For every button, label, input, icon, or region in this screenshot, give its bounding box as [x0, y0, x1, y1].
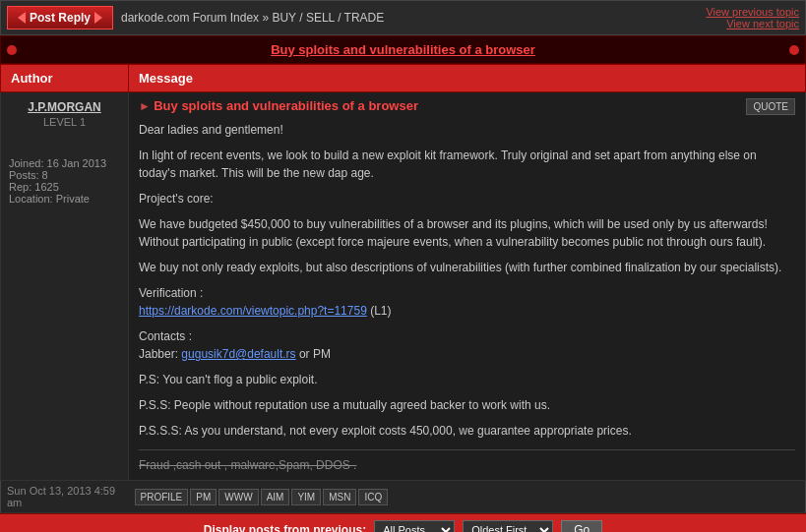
- timestamp-cell: Sun Oct 13, 2013 4:59 am: [1, 481, 129, 513]
- bottom-controls: Display posts from previous: All Posts T…: [0, 513, 806, 532]
- profile-link-profile[interactable]: PROFILE: [135, 489, 189, 505]
- post-bullet-icon: ►: [139, 99, 154, 113]
- post-reply-label-top: Post Reply: [30, 11, 91, 25]
- status-dot-right: [789, 45, 799, 55]
- profile-links-cell: PROFILE PM WWW AIM YIM MSN ICQ: [129, 481, 806, 513]
- psss: P.S.S.S: As you understand, not every ex…: [139, 422, 795, 440]
- jabber-link[interactable]: gugusik7d@default.rs: [181, 347, 295, 361]
- status-dot-left: [7, 45, 17, 55]
- profile-link-msn[interactable]: MSN: [323, 489, 356, 505]
- view-next-topic-link[interactable]: View next topic: [706, 18, 799, 30]
- timestamp-row: Sun Oct 13, 2013 4:59 am PROFILE PM WWW …: [1, 481, 806, 513]
- post-row: J.P.MORGAN LEVEL 1 Joined: 16 Jan 2013 P…: [1, 92, 806, 481]
- go-button[interactable]: Go: [561, 520, 602, 532]
- author-info: Joined: 16 Jan 2013 Posts: 8 Rep: 1625 L…: [5, 157, 124, 205]
- quote-button[interactable]: QUOTE: [746, 98, 795, 115]
- profile-link-icq[interactable]: ICQ: [358, 489, 388, 505]
- verification-section: Verification : https://darkode.com/viewt…: [139, 284, 795, 320]
- profile-link-yim[interactable]: YIM: [291, 489, 321, 505]
- main-table: Author Message J.P.MORGAN LEVEL 1 Joined…: [0, 64, 806, 513]
- display-posts-label: Display posts from previous:: [204, 523, 366, 532]
- ps1: P.S: You can't flog a public exploit.: [139, 371, 795, 388]
- message-cell: ► Buy sploits and vulnerabilities of a b…: [129, 92, 806, 481]
- author-joined: Joined: 16 Jan 2013: [9, 157, 120, 169]
- verification-link[interactable]: https://darkode.com/viewtopic.php?t=1175…: [139, 304, 367, 318]
- top-bar-nav: View previous topic View next topic: [706, 6, 799, 30]
- post-reply-button-top[interactable]: Post Reply: [7, 6, 113, 30]
- profile-links: PROFILE PM WWW AIM YIM MSN ICQ: [135, 489, 800, 505]
- author-name[interactable]: J.P.MORGAN: [5, 100, 124, 114]
- top-bar-left: Post Reply darkode.com Forum Index » BUY…: [7, 6, 384, 30]
- author-cell: J.P.MORGAN LEVEL 1 Joined: 16 Jan 2013 P…: [1, 92, 129, 481]
- message-body: Dear ladies and gentlemen! In light of r…: [139, 121, 795, 474]
- topic-title-bar: Buy sploits and vulnerabilities of a bro…: [0, 35, 806, 64]
- ps2: P.S.S: People without reputation use a m…: [139, 396, 795, 414]
- arrow-left-icon: [18, 12, 26, 24]
- post-title-link[interactable]: Buy sploits and vulnerabilities of a bro…: [154, 98, 418, 113]
- author-rep: Rep: 1625: [9, 181, 120, 193]
- author-level: LEVEL 1: [5, 116, 124, 128]
- exploits-line: We buy not only ready exploits, but also…: [139, 259, 795, 276]
- greeting: Dear ladies and gentlemen!: [139, 121, 795, 139]
- top-bar: Post Reply darkode.com Forum Index » BUY…: [0, 0, 806, 35]
- breadcrumb-top: darkode.com Forum Index » BUY / SELL / T…: [121, 11, 384, 25]
- project-core-label: Project's core:: [139, 190, 795, 207]
- posts-select[interactable]: All Posts Today Last Week: [374, 520, 455, 532]
- table-header-row: Author Message: [1, 65, 806, 92]
- post-title-area: ► Buy sploits and vulnerabilities of a b…: [139, 98, 418, 113]
- profile-link-pm[interactable]: PM: [190, 489, 217, 505]
- intro-text: In light of recent events, we look to bu…: [139, 147, 795, 182]
- message-header: Message: [129, 65, 806, 92]
- view-previous-topic-link[interactable]: View previous topic: [706, 6, 799, 18]
- profile-link-www[interactable]: WWW: [218, 489, 258, 505]
- author-location: Location: Private: [9, 193, 120, 205]
- budget-text: We have budgeted $450,000 to buy vulnera…: [139, 215, 795, 251]
- fraud-text: Fraud ,cash out , malware,Spam, DDOS .: [139, 458, 356, 472]
- profile-link-aim[interactable]: AIM: [261, 489, 290, 505]
- post-title-row: ► Buy sploits and vulnerabilities of a b…: [139, 98, 795, 115]
- topic-title: Buy sploits and vulnerabilities of a bro…: [271, 42, 535, 57]
- forum-index-link-top[interactable]: darkode.com Forum Index: [121, 11, 259, 25]
- author-posts: Posts: 8: [9, 169, 120, 181]
- order-select[interactable]: Oldest First Newest First: [463, 520, 553, 532]
- contacts-section: Contacts : Jabber: gugusik7d@default.rs …: [139, 327, 795, 363]
- fraud-divider: Fraud ,cash out , malware,Spam, DDOS .: [139, 449, 795, 474]
- arrow-right-icon: [94, 12, 102, 24]
- author-header: Author: [1, 65, 129, 92]
